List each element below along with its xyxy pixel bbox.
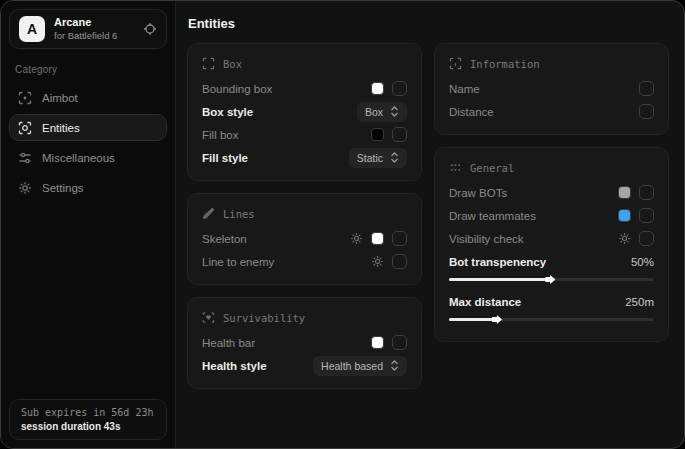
max-distance-row: Max distance 250m <box>449 290 654 330</box>
sidebar-item-aimbot[interactable]: Aimbot <box>9 84 167 111</box>
section-title: Survivability <box>223 312 305 324</box>
section-title: Lines <box>223 208 255 220</box>
sidebar-item-label: Entities <box>42 122 80 134</box>
fill-style-row: Fill style Static <box>202 146 407 169</box>
box-scan-icon <box>202 57 215 70</box>
crosshair-icon[interactable] <box>143 22 157 36</box>
visibility-check-settings-gear-icon[interactable] <box>618 232 631 245</box>
name-row: Name <box>449 77 654 100</box>
fill-box-row: Fill box <box>202 123 407 146</box>
chevrons-up-down-icon <box>390 360 399 371</box>
fill-box-checkbox[interactable] <box>392 127 407 142</box>
draw-bots-checkbox[interactable] <box>639 185 654 200</box>
row-label: Fill style <box>202 152 248 164</box>
line-to-enemy-settings-gear-icon[interactable] <box>371 255 384 268</box>
general-grid-icon <box>449 161 462 174</box>
slider-thumb-arrow-icon[interactable] <box>492 315 502 324</box>
entities-scan-eye-icon <box>18 121 32 135</box>
sliders-icon <box>18 151 32 165</box>
line-to-enemy-checkbox[interactable] <box>392 254 407 269</box>
box-style-row: Box style Box <box>202 100 407 123</box>
aimbot-crosshair-icon <box>18 91 32 105</box>
information-section: Information Name Distance <box>434 43 669 135</box>
row-label: Visibility check <box>449 233 524 245</box>
sidebar-item-label: Settings <box>42 182 84 194</box>
bounding-box-row: Bounding box <box>202 77 407 100</box>
slider-fill <box>449 278 547 281</box>
main-panel: Entities Box Bounding box <box>176 1 684 448</box>
sub-expiry-text: Sub expires in 56d 23h <box>21 407 155 418</box>
slider-fill <box>449 318 494 321</box>
row-label: Bot transpenency <box>449 256 546 268</box>
box-section: Box Bounding box Box style Box <box>187 43 422 181</box>
bot-transparency-value: 50% <box>631 256 654 268</box>
bounding-box-color-swatch[interactable] <box>371 82 384 95</box>
sidebar: A Arcane for Battlefield 6 Category <box>1 1 176 448</box>
sidebar-item-miscellaneous[interactable]: Miscellaneous <box>9 144 167 171</box>
logo-card: A Arcane for Battlefield 6 <box>9 9 167 49</box>
skeleton-color-swatch[interactable] <box>371 232 384 245</box>
draw-teammates-checkbox[interactable] <box>639 208 654 223</box>
app-title: Arcane <box>54 16 117 30</box>
survivability-heart-scan-icon <box>202 311 215 324</box>
row-label: Health bar <box>202 337 255 349</box>
dropdown-value: Static <box>357 152 383 164</box>
row-label: Bounding box <box>202 83 272 95</box>
row-label: Distance <box>449 106 494 118</box>
dropdown-value: Box <box>365 106 383 118</box>
app-window: A Arcane for Battlefield 6 Category <box>0 0 685 449</box>
row-label: Health style <box>202 360 267 372</box>
general-section: General Draw BOTs Draw teammates <box>434 147 669 342</box>
health-style-row: Health style Health based <box>202 354 407 377</box>
pencil-line-icon <box>202 207 215 220</box>
health-bar-color-swatch[interactable] <box>371 336 384 349</box>
gear-icon <box>18 181 32 195</box>
chevrons-up-down-icon <box>390 106 399 117</box>
sidebar-nav: Aimbot Entities <box>9 84 167 201</box>
dropdown-value: Health based <box>321 360 383 372</box>
survivability-section: Survivability Health bar Health style He… <box>187 297 422 389</box>
max-distance-slider[interactable] <box>449 315 654 324</box>
distance-checkbox[interactable] <box>639 104 654 119</box>
page-title: Entities <box>188 16 669 31</box>
fill-style-dropdown[interactable]: Static <box>349 148 407 168</box>
subscription-info-card: Sub expires in 56d 23h session duration … <box>9 399 167 440</box>
app-subtitle: for Battlefield 6 <box>54 30 117 42</box>
visibility-check-checkbox[interactable] <box>639 231 654 246</box>
name-checkbox[interactable] <box>639 81 654 96</box>
sidebar-item-label: Miscellaneous <box>42 152 115 164</box>
session-duration-text: session duration 43s <box>21 421 155 432</box>
bot-transparency-slider[interactable] <box>449 275 654 284</box>
row-label: Draw BOTs <box>449 187 507 199</box>
box-style-dropdown[interactable]: Box <box>357 102 407 122</box>
app-logo: A <box>19 16 45 42</box>
skeleton-row: Skeleton <box>202 227 407 250</box>
sidebar-item-entities[interactable]: Entities <box>9 114 167 141</box>
chevrons-up-down-icon <box>390 152 399 163</box>
fill-box-color-swatch[interactable] <box>371 128 384 141</box>
distance-row: Distance <box>449 100 654 123</box>
slider-thumb-arrow-icon[interactable] <box>545 275 555 284</box>
health-style-dropdown[interactable]: Health based <box>313 356 407 376</box>
section-title: Box <box>223 58 242 70</box>
bounding-box-checkbox[interactable] <box>392 81 407 96</box>
row-label: Line to enemy <box>202 256 274 268</box>
row-label: Draw teammates <box>449 210 536 222</box>
health-bar-row: Health bar <box>202 331 407 354</box>
row-label: Max distance <box>449 296 521 308</box>
skeleton-settings-gear-icon[interactable] <box>350 232 363 245</box>
section-title: Information <box>470 58 540 70</box>
draw-bots-color-swatch[interactable] <box>618 186 631 199</box>
line-to-enemy-row: Line to enemy <box>202 250 407 273</box>
sidebar-item-settings[interactable]: Settings <box>9 174 167 201</box>
health-bar-checkbox[interactable] <box>392 335 407 350</box>
row-label: Name <box>449 83 480 95</box>
draw-teammates-row: Draw teammates <box>449 204 654 227</box>
skeleton-checkbox[interactable] <box>392 231 407 246</box>
sidebar-item-label: Aimbot <box>42 92 78 104</box>
information-scan-icon <box>449 57 462 70</box>
max-distance-value: 250m <box>625 296 654 308</box>
draw-teammates-color-swatch[interactable] <box>618 209 631 222</box>
row-label: Box style <box>202 106 253 118</box>
visibility-check-row: Visibility check <box>449 227 654 250</box>
